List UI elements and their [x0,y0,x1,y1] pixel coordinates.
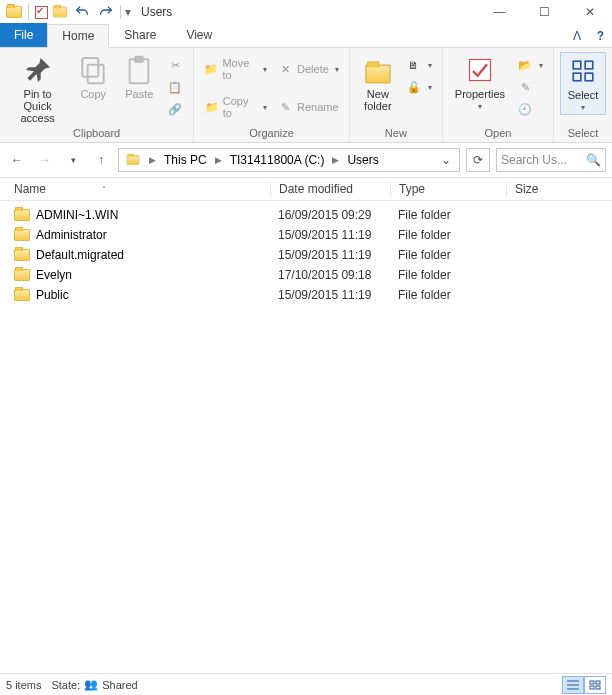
svg-rect-0 [88,65,104,84]
new-item-button[interactable]: 🗎▾ [402,54,436,76]
column-name[interactable]: Name˄ [14,182,270,196]
ribbon-tabs: File Home Share View ᐱ ? [0,24,612,48]
table-row[interactable]: Administrator15/09/2015 11:19File folder [0,225,612,245]
crumb-sep-icon[interactable]: ▶ [330,155,341,165]
table-row[interactable]: ADMINI~1.WIN16/09/2015 09:29File folder [0,205,612,225]
select-icon [567,55,599,87]
newitem-icon: 🗎 [406,57,422,73]
open-icon: 📂 [517,57,533,73]
select-label: Select [568,89,599,101]
back-button[interactable]: ← [6,149,28,171]
nav-row: ← → ▾ ↑ ▶ This PC ▶ TI31411800A (C:) ▶ U… [0,143,612,177]
open-button[interactable]: 📂▾ [513,54,547,76]
thumbnails-view-button[interactable] [584,676,606,694]
close-button[interactable]: ✕ [567,0,612,24]
cut-button[interactable]: ✂ [163,54,187,76]
tab-view[interactable]: View [171,23,227,47]
svg-rect-6 [585,61,593,69]
column-date[interactable]: Date modified [270,182,390,196]
address-history-button[interactable]: ⌄ [435,153,457,167]
details-view-button[interactable] [562,676,584,694]
item-count: 5 items [6,679,41,691]
refresh-button[interactable]: ⟳ [466,148,490,172]
view-buttons [562,676,606,694]
crumb-users[interactable]: Users [343,149,382,171]
ribbon-collapse-button[interactable]: ᐱ [565,25,589,47]
search-icon: 🔍 [586,153,601,167]
svg-rect-14 [590,686,594,689]
crumb-sep-icon[interactable]: ▶ [147,155,158,165]
easyaccess-icon: 🔓 [406,79,422,95]
properties-button[interactable]: Properties ▾ [449,52,511,113]
select-button[interactable]: Select ▾ [560,52,606,115]
copypath-icon: 📋 [167,79,183,95]
help-button[interactable]: ? [589,25,612,47]
copy-path-button[interactable]: 📋 [163,76,187,98]
undo-button[interactable] [72,2,92,22]
tab-file[interactable]: File [0,23,47,47]
up-button[interactable]: ↑ [90,149,112,171]
file-date: 15/09/2015 11:19 [270,288,390,302]
ribbon: Pin to Quick access Copy Paste ✂ 📋 🔗 Cli… [0,48,612,143]
file-name: Evelyn [36,268,72,282]
shortcut-icon: 🔗 [167,101,183,117]
minimize-button[interactable]: ― [477,0,522,24]
recent-locations-button[interactable]: ▾ [62,149,84,171]
column-header: Name˄ Date modified Type Size [0,177,612,201]
pin-icon [22,54,54,86]
delete-button[interactable]: ✕ Delete▾ [273,58,343,80]
rename-button[interactable]: ✎ Rename [273,96,343,118]
svg-rect-3 [135,57,143,62]
crumb-drive[interactable]: TI31411800A (C:) [226,149,329,171]
window-controls: ― ☐ ✕ [477,0,612,24]
group-new: New folder 🗎▾ 🔓▾ New [350,48,443,142]
table-row[interactable]: Evelyn17/10/2015 09:18File folder [0,265,612,285]
scissors-icon: ✂ [167,57,183,73]
file-type: File folder [390,268,506,282]
maximize-button[interactable]: ☐ [522,0,567,24]
address-bar[interactable]: ▶ This PC ▶ TI31411800A (C:) ▶ Users ⌄ [118,148,460,172]
paste-button[interactable]: Paste [117,52,161,102]
file-name: Public [36,288,69,302]
redo-button[interactable] [96,2,116,22]
rename-icon: ✎ [277,99,293,115]
group-open-label: Open [449,126,547,140]
tab-home[interactable]: Home [47,24,109,48]
pin-to-quick-access-button[interactable]: Pin to Quick access [6,52,69,126]
folder-icon [14,269,30,281]
app-icon [6,6,22,18]
newfolder-label: New folder [364,88,392,112]
new-folder-icon [362,54,394,86]
qat-newfolder-icon[interactable] [53,7,67,18]
crumb-this-pc[interactable]: This PC [160,149,211,171]
title-bar: ▾ Users ― ☐ ✕ [0,0,612,24]
crumb-sep-icon[interactable]: ▶ [213,155,224,165]
easy-access-button[interactable]: 🔓▾ [402,76,436,98]
file-type: File folder [390,208,506,222]
move-to-button[interactable]: 📁 Move to▾ [200,58,271,80]
edit-button[interactable]: ✎ [513,76,547,98]
history-button[interactable]: 🕘 [513,98,547,120]
table-row[interactable]: Public15/09/2015 11:19File folder [0,285,612,305]
svg-rect-13 [596,681,600,684]
file-name: Default.migrated [36,248,124,262]
folder-icon [14,289,30,301]
tab-share[interactable]: Share [109,23,171,47]
table-row[interactable]: Default.migrated15/09/2015 11:19File fol… [0,245,612,265]
address-icon [127,155,140,165]
people-icon: 👥 [84,678,98,691]
svg-rect-7 [573,73,581,81]
column-type[interactable]: Type [390,182,506,196]
search-input[interactable]: Search Us... 🔍 [496,148,606,172]
copy-to-button[interactable]: 📁 Copy to▾ [200,96,271,118]
qat-properties-icon[interactable] [35,6,48,19]
qat-customize[interactable]: ▾ [120,5,135,19]
forward-button[interactable]: → [34,149,56,171]
file-date: 15/09/2015 11:19 [270,228,390,242]
pin-label: Pin to Quick access [12,88,63,124]
copy-button[interactable]: Copy [71,52,115,102]
paste-shortcut-button[interactable]: 🔗 [163,98,187,120]
file-date: 15/09/2015 11:19 [270,248,390,262]
column-size[interactable]: Size [506,182,612,196]
new-folder-button[interactable]: New folder [356,52,400,114]
